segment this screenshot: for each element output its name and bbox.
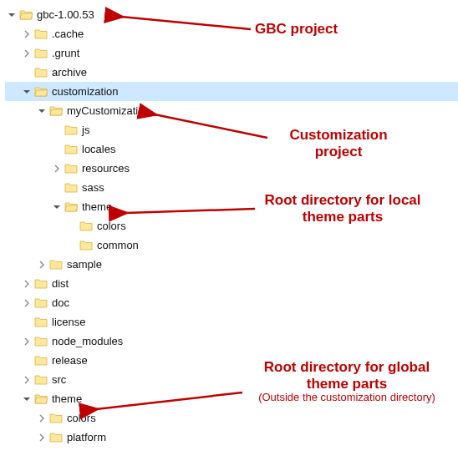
tree-item-label: resources xyxy=(82,162,130,175)
tree-item-label: .cache xyxy=(52,28,84,40)
tree-row[interactable]: colors xyxy=(5,216,458,235)
tree-row[interactable]: node_modules xyxy=(5,332,458,351)
chevron-right-icon[interactable] xyxy=(20,28,33,41)
folder-icon xyxy=(48,431,64,444)
tree-item-label: src xyxy=(52,373,66,386)
tree-item-label: common xyxy=(97,239,139,251)
folder-icon xyxy=(64,181,79,195)
chevron-right-icon[interactable] xyxy=(20,296,33,310)
tree-row[interactable]: .cache xyxy=(5,24,458,43)
tree-row[interactable]: common xyxy=(5,235,458,255)
tree-item-label: theme xyxy=(82,200,112,213)
tree-row[interactable]: release xyxy=(5,351,458,370)
folder-icon xyxy=(33,66,48,79)
tree-row[interactable]: src xyxy=(5,370,458,389)
tree-row[interactable]: js xyxy=(5,120,458,139)
tree-row[interactable]: resources xyxy=(5,159,458,178)
tree-row[interactable]: gbc-1.00.53 xyxy=(5,5,458,24)
tree-item-label: dist xyxy=(52,277,69,290)
folder-icon xyxy=(33,373,48,387)
tree-item-label: colors xyxy=(97,220,126,232)
chevron-down-icon[interactable] xyxy=(35,104,48,118)
tree-row[interactable]: theme xyxy=(5,197,458,216)
folder-icon xyxy=(64,124,79,137)
folder-icon xyxy=(33,296,48,310)
folder-open-icon xyxy=(18,8,33,22)
chevron-down-icon[interactable] xyxy=(50,200,64,214)
chevron-right-icon[interactable] xyxy=(35,412,48,425)
tree-item-label: doc xyxy=(52,296,69,309)
chevron-right-icon[interactable] xyxy=(50,162,64,175)
tree-item-label: js xyxy=(82,124,89,136)
tree-item-label: sass xyxy=(82,181,104,194)
folder-open-icon xyxy=(48,104,64,118)
tree-item-label: locales xyxy=(82,143,115,155)
chevron-down-icon[interactable] xyxy=(20,392,33,406)
folder-icon xyxy=(33,277,48,291)
folder-icon xyxy=(48,412,64,425)
tree-row[interactable]: sass xyxy=(5,178,458,197)
folder-open-icon xyxy=(64,200,79,214)
tree-item-label: platform xyxy=(67,431,106,443)
folder-icon xyxy=(64,143,79,156)
folder-open-icon xyxy=(33,85,48,99)
folder-icon xyxy=(33,354,48,367)
tree-item-label: theme xyxy=(52,392,82,405)
folder-icon xyxy=(33,28,48,41)
tree-row[interactable]: license xyxy=(5,312,458,332)
chevron-right-icon[interactable] xyxy=(20,335,33,348)
folder-icon xyxy=(33,47,48,60)
chevron-right-icon[interactable] xyxy=(35,258,48,271)
chevron-right-icon[interactable] xyxy=(20,47,33,60)
tree-item-label: archive xyxy=(52,66,87,78)
tree-row[interactable]: sample xyxy=(5,255,458,274)
folder-open-icon xyxy=(33,392,48,406)
tree-row[interactable]: myCustomization xyxy=(5,101,458,120)
tree-item-label: node_modules xyxy=(52,335,123,347)
folder-icon xyxy=(33,316,48,329)
chevron-down-icon[interactable] xyxy=(5,8,18,22)
tree-item-label: myCustomization xyxy=(67,104,150,117)
tree-row[interactable]: customization xyxy=(5,82,458,101)
folder-icon xyxy=(79,220,94,233)
folder-tree: gbc-1.00.53 .cache .grunt archive custom… xyxy=(0,0,458,447)
tree-item-label: gbc-1.00.53 xyxy=(37,8,94,21)
tree-item-label: customization xyxy=(52,85,118,98)
tree-row[interactable]: locales xyxy=(5,139,458,159)
chevron-right-icon[interactable] xyxy=(20,373,33,387)
folder-icon xyxy=(79,239,94,252)
tree-row[interactable]: colors xyxy=(5,408,458,428)
tree-item-label: sample xyxy=(67,258,102,271)
tree-item-label: colors xyxy=(67,412,96,424)
tree-row[interactable]: theme xyxy=(5,389,458,408)
tree-row[interactable]: .grunt xyxy=(5,43,458,63)
chevron-right-icon[interactable] xyxy=(35,431,48,444)
folder-icon xyxy=(48,258,64,271)
tree-row[interactable]: archive xyxy=(5,63,458,82)
folder-icon xyxy=(64,162,79,175)
tree-item-label: .grunt xyxy=(52,47,79,59)
chevron-down-icon[interactable] xyxy=(20,85,33,99)
tree-row[interactable]: platform xyxy=(5,428,458,447)
tree-item-label: license xyxy=(52,316,85,328)
chevron-right-icon[interactable] xyxy=(20,277,33,291)
tree-row[interactable]: dist xyxy=(5,274,458,293)
folder-icon xyxy=(33,335,48,348)
tree-row[interactable]: doc xyxy=(5,293,458,312)
tree-item-label: release xyxy=(52,354,88,367)
